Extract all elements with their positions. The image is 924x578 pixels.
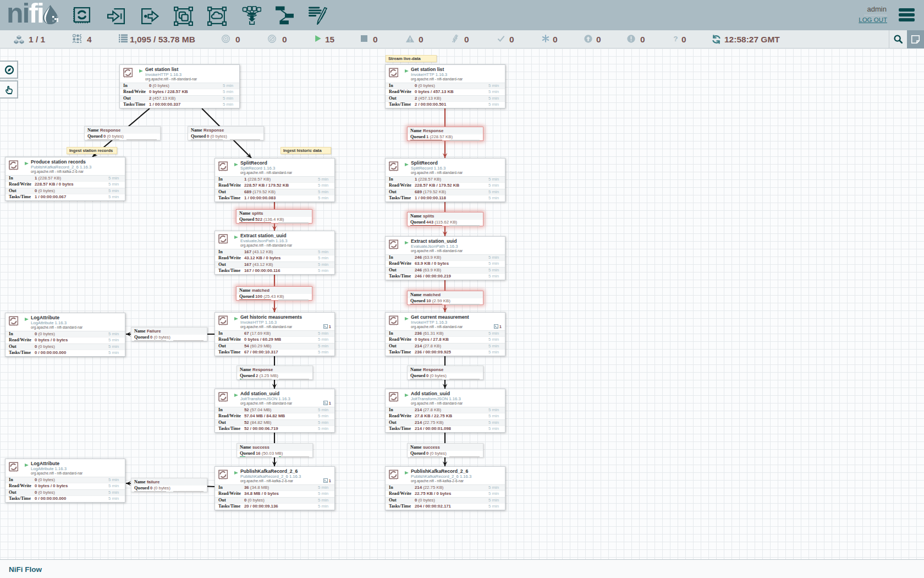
svg-text:?: ? — [673, 35, 678, 43]
